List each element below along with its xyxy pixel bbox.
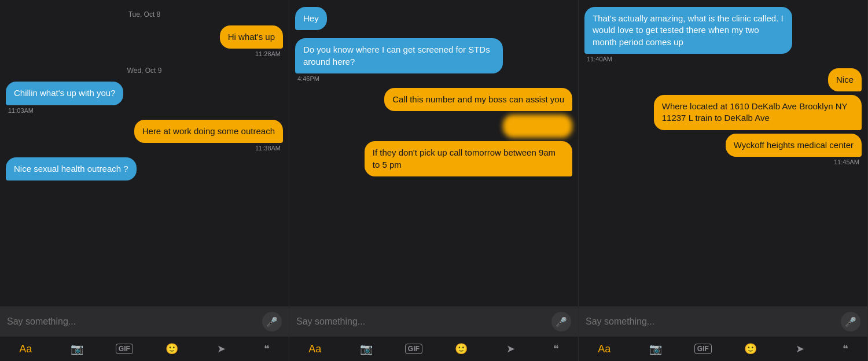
send-button[interactable]: ➤ xyxy=(501,340,521,358)
panel-2: Hey Do you know where I can get screened… xyxy=(289,0,579,361)
panel-3: That's actually amazing, what is the cli… xyxy=(579,0,868,361)
mic-button[interactable]: 🎤 xyxy=(841,312,860,331)
message-row: Call this number and my boss can assist … xyxy=(295,88,572,111)
aa-button[interactable]: Aa xyxy=(303,341,327,358)
bubble-sent: If they don't pick up call tomorrow betw… xyxy=(365,141,572,176)
timestamp: 11:40AM xyxy=(587,56,612,62)
messages-panel-2: Hey Do you know where I can get screened… xyxy=(289,0,578,307)
input-area: 🎤 xyxy=(579,307,867,336)
camera-button[interactable]: 📷 xyxy=(354,340,378,358)
toolbar: Aa 📷 GIF 🙂 ➤ ❝ xyxy=(579,336,867,361)
aa-button[interactable]: Aa xyxy=(592,341,616,358)
send-button[interactable]: ➤ xyxy=(790,340,810,358)
bubble-sent: Call this number and my boss can assist … xyxy=(384,88,572,111)
date-label-wed: Wed, Oct 9 xyxy=(6,67,283,75)
emoji-button[interactable]: 🙂 xyxy=(738,340,763,358)
timestamp: 4:46PM xyxy=(297,75,319,82)
timestamp: 11:38AM xyxy=(255,145,281,152)
message-row: Do you know where I can get screened for… xyxy=(295,38,572,84)
emoji-button[interactable]: 🙂 xyxy=(449,340,473,358)
message-row: Hi what's up 11:28AM xyxy=(6,25,283,60)
mic-button[interactable]: 🎤 xyxy=(551,312,571,331)
aa-button[interactable]: Aa xyxy=(13,341,38,358)
bubble-received: That's actually amazing, what is the cli… xyxy=(584,7,792,54)
input-area: 🎤 xyxy=(0,307,289,336)
bubble-received: Hey xyxy=(295,7,327,30)
bubble-received: Chillin what's up with you? xyxy=(6,82,123,105)
input-area: 🎤 xyxy=(289,307,578,336)
more-button[interactable]: ❝ xyxy=(258,340,275,358)
gif-button[interactable]: GIF xyxy=(405,344,422,354)
message-row: That's actually amazing, what is the cli… xyxy=(584,7,862,65)
send-button[interactable]: ➤ xyxy=(211,340,231,358)
timestamp: 11:03AM xyxy=(8,107,34,114)
message-row: Hey xyxy=(295,7,572,30)
timestamp: 11:45AM xyxy=(834,159,859,165)
message-row: Nice xyxy=(584,68,862,91)
message-row: Nice sexual health outreach ? xyxy=(6,157,283,181)
message-input[interactable] xyxy=(7,316,262,327)
bubble-received: Do you know where I can get screened for… xyxy=(295,38,503,73)
more-button[interactable]: ❝ xyxy=(837,340,854,358)
messages-panel-3: That's actually amazing, what is the cli… xyxy=(579,0,867,307)
gif-button[interactable]: GIF xyxy=(116,344,133,354)
message-row: Where located at 1610 DeKalb Ave Brookly… xyxy=(584,95,862,130)
toolbar: Aa 📷 GIF 🙂 ➤ ❝ xyxy=(289,336,578,361)
messages-panel-1: Tue, Oct 8 Hi what's up 11:28AM Wed, Oct… xyxy=(0,0,289,307)
message-input[interactable] xyxy=(586,316,841,327)
bubble-received: Nice sexual health outreach ? xyxy=(6,157,137,181)
date-label-tue: Tue, Oct 8 xyxy=(6,10,283,19)
bubble-blurred xyxy=(503,115,572,138)
mic-button[interactable]: 🎤 xyxy=(262,312,282,331)
message-row-blurred xyxy=(295,115,572,138)
panel-1: Tue, Oct 8 Hi what's up 11:28AM Wed, Oct… xyxy=(0,0,289,361)
bubble-sent: Where located at 1610 DeKalb Ave Brookly… xyxy=(654,95,862,130)
camera-button[interactable]: 📷 xyxy=(643,340,668,358)
message-row: If they don't pick up call tomorrow betw… xyxy=(295,141,572,176)
message-row: Here at work doing some outreach 11:38AM xyxy=(6,120,283,154)
message-row: Chillin what's up with you? 11:03AM xyxy=(6,82,283,116)
bubble-sent: Wyckoff heights medical center xyxy=(726,134,862,157)
message-row: Wyckoff heights medical center 11:45AM xyxy=(584,134,862,168)
gif-button[interactable]: GIF xyxy=(694,344,712,354)
timestamp: 11:28AM xyxy=(255,50,281,57)
bubble-sent: Hi what's up xyxy=(220,25,283,49)
more-button[interactable]: ❝ xyxy=(547,340,565,358)
emoji-button[interactable]: 🙂 xyxy=(160,340,184,358)
bubble-sent: Here at work doing some outreach xyxy=(134,120,283,143)
bubble-sent: Nice xyxy=(828,68,862,91)
camera-button[interactable]: 📷 xyxy=(65,340,89,358)
toolbar: Aa 📷 GIF 🙂 ➤ ❝ xyxy=(0,336,289,361)
message-input[interactable] xyxy=(296,316,551,327)
